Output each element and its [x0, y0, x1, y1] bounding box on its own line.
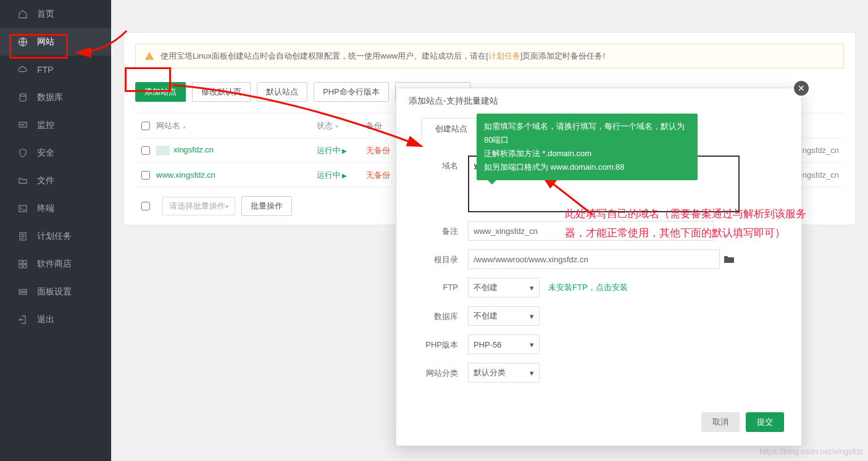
svg-rect-3: [19, 206, 27, 212]
sidebar-label: 监控: [37, 120, 54, 131]
row-checkbox[interactable]: [141, 146, 150, 155]
site-link[interactable]: www.xingsfdz.cn: [156, 170, 317, 180]
svg-rect-7: [19, 265, 22, 268]
home-icon: [17, 9, 28, 20]
svg-rect-2: [19, 122, 27, 127]
label-db: 数据库: [421, 306, 468, 322]
folder-icon: [17, 175, 28, 186]
ftp-hint[interactable]: 未安装FTP，点击安装: [548, 282, 628, 293]
notice-text: 使用宝塔Linux面板创建站点时会自动创建权限配置，统一使用www用户。建站成功…: [161, 51, 605, 62]
sidebar-item-terminal[interactable]: 终端: [0, 194, 111, 222]
sidebar-label: 数据库: [37, 92, 63, 103]
sidebar-label: FTP: [37, 65, 53, 75]
sort-icon: ▴: [183, 123, 186, 130]
site-link[interactable]: xingsfdz.cn: [156, 145, 317, 156]
default-site-button[interactable]: 默认站点: [257, 82, 307, 102]
notice-link[interactable]: 计划任务: [488, 51, 520, 60]
sidebar: 首页 网站 FTP 数据库 监控 安全 文件 终端 计划任务 软件商店 面板设置: [0, 0, 111, 461]
task-icon: [17, 231, 28, 242]
label-root: 根目录: [421, 249, 468, 265]
root-input[interactable]: [468, 249, 720, 269]
chevron-down-icon: ▾: [530, 340, 534, 349]
play-icon: ▶: [342, 172, 347, 179]
row-checkbox[interactable]: [141, 171, 150, 180]
database-icon: [17, 92, 28, 103]
sidebar-label: 网站: [37, 36, 54, 48]
edit-default-button[interactable]: 修改默认页: [192, 82, 251, 102]
modal-title: 添加站点-支持批量建站: [396, 88, 801, 114]
sidebar-item-store[interactable]: 软件商店: [0, 250, 111, 278]
batch-checkbox[interactable]: [141, 202, 150, 210]
sidebar-item-security[interactable]: 安全: [0, 139, 111, 167]
chevron-down-icon: ▾: [530, 283, 534, 293]
chevron-down-icon: ▾: [530, 312, 534, 321]
terminal-icon: [17, 203, 28, 214]
breadcrumb: [123, 0, 856, 7]
settings-icon: [17, 286, 28, 297]
sidebar-label: 安全: [37, 147, 54, 159]
php-select[interactable]: PHP-56▾: [468, 334, 540, 354]
svg-rect-6: [23, 260, 27, 264]
sidebar-item-ftp[interactable]: FTP: [0, 56, 111, 83]
notice-banner: 使用宝塔Linux面板创建站点时会自动创建权限配置，统一使用www用户。建站成功…: [135, 44, 844, 69]
svg-rect-5: [19, 260, 22, 264]
add-site-button[interactable]: 添加站点: [135, 82, 186, 102]
batch-action-button[interactable]: 批量操作: [241, 196, 292, 216]
cancel-button[interactable]: 取消: [701, 412, 740, 432]
warning-icon: [144, 51, 154, 61]
sidebar-label: 首页: [37, 9, 54, 20]
category-select[interactable]: 默认分类▾: [468, 363, 540, 383]
shield-icon: [17, 147, 28, 159]
sidebar-label: 文件: [37, 175, 54, 186]
sidebar-item-settings[interactable]: 面板设置: [0, 278, 111, 305]
sidebar-label: 计划任务: [37, 231, 72, 242]
cloud-icon: [17, 64, 28, 75]
sidebar-item-home[interactable]: 首页: [0, 0, 111, 28]
folder-browse-icon[interactable]: [724, 254, 735, 264]
chevron-down-icon: ▾: [530, 368, 534, 378]
sidebar-label: 退出: [37, 314, 54, 325]
svg-point-1: [20, 94, 26, 96]
db-select[interactable]: 不创建▾: [468, 306, 540, 326]
svg-rect-10: [19, 293, 27, 294]
note-input[interactable]: [468, 221, 714, 241]
logout-icon: [17, 314, 28, 325]
label-domain: 域名: [421, 156, 468, 172]
play-icon: ▶: [342, 147, 347, 154]
label-note: 备注: [421, 221, 468, 237]
ftp-select[interactable]: 不创建▾: [468, 278, 540, 297]
monitor-icon: [17, 120, 28, 131]
sort-icon: ▾: [335, 123, 338, 130]
svg-rect-9: [19, 289, 27, 291]
col-name[interactable]: 网站名▴: [156, 120, 317, 131]
sidebar-item-db[interactable]: 数据库: [0, 83, 111, 111]
close-button[interactable]: ✕: [793, 80, 810, 97]
label-ftp: FTP: [421, 278, 468, 292]
site-status[interactable]: 运行中▶: [317, 170, 366, 181]
globe-icon: [17, 36, 28, 48]
sidebar-label: 面板设置: [37, 286, 72, 297]
watermark: https://blog.csdn.net/xingsfdz: [759, 447, 863, 456]
svg-rect-8: [23, 265, 27, 268]
site-status[interactable]: 运行中▶: [317, 145, 366, 156]
php-cli-button[interactable]: PHP命令行版本: [314, 82, 389, 102]
label-category: 网站分类: [421, 363, 468, 379]
tab-create-site[interactable]: 创建站点: [421, 118, 482, 139]
sidebar-item-site[interactable]: 网站: [0, 28, 111, 56]
modal-footer: 取消 提交: [396, 404, 801, 446]
domain-tooltip: 如需填写多个域名，请换行填写，每行一个域名，默认为80端口 泛解析添加方法 *.…: [477, 114, 698, 180]
label-php: PHP版本: [421, 334, 468, 351]
submit-button[interactable]: 提交: [746, 412, 784, 432]
close-icon: ✕: [798, 83, 805, 93]
sidebar-item-cron[interactable]: 计划任务: [0, 222, 111, 250]
sidebar-item-logout[interactable]: 退出: [0, 305, 111, 333]
chevron-down-icon: ▾: [225, 203, 228, 210]
batch-select[interactable]: 请选择批量操作▾: [162, 197, 235, 215]
sidebar-label: 软件商店: [37, 259, 72, 270]
grid-icon: [17, 259, 28, 270]
col-status[interactable]: 状态▾: [317, 120, 366, 131]
select-all-checkbox[interactable]: [141, 122, 150, 130]
sidebar-item-monitor[interactable]: 监控: [0, 111, 111, 139]
sidebar-item-files[interactable]: 文件: [0, 167, 111, 194]
sidebar-label: 终端: [37, 203, 54, 214]
